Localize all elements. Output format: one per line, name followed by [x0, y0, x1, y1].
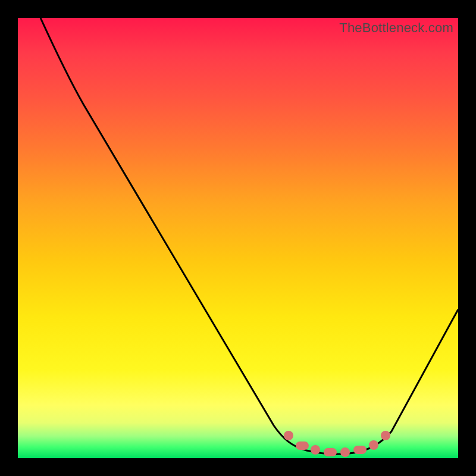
- marker-dot: [353, 446, 367, 454]
- marker-dot: [296, 441, 309, 450]
- watermark-text: TheBottleneck.com: [339, 20, 453, 36]
- marker-dot: [311, 445, 320, 455]
- marker-dot: [324, 448, 337, 456]
- marker-dot: [369, 440, 378, 450]
- marker-dot: [381, 431, 390, 440]
- chart-plot-area: TheBottleneck.com: [18, 18, 458, 458]
- marker-dot: [340, 447, 350, 457]
- optimal-range-markers: [18, 18, 458, 458]
- marker-dot: [284, 431, 293, 440]
